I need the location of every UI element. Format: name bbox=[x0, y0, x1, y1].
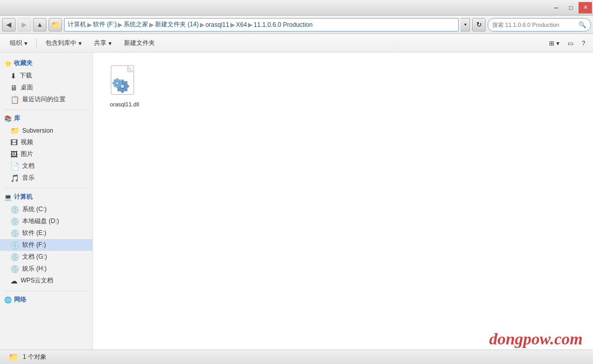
sidebar-item-f-label: 软件 (F:) bbox=[22, 241, 46, 249]
up-button[interactable]: ▲ bbox=[33, 18, 46, 31]
sidebar-item-h-label: 娱乐 (H:) bbox=[22, 264, 46, 273]
sidebar-item-pictures[interactable]: 🖼 图片 bbox=[0, 148, 92, 160]
favorites-label: 收藏夹 bbox=[14, 59, 33, 68]
sidebar-item-c-label: 系统 (C:) bbox=[22, 205, 46, 214]
sidebar-item-video[interactable]: 🎞 视频 bbox=[0, 136, 92, 148]
sidebar-item-documents[interactable]: 📄 文档 bbox=[0, 160, 92, 172]
sidebar-item-video-label: 视频 bbox=[21, 138, 33, 147]
sidebar-divider-2 bbox=[4, 188, 88, 188]
drive-f-icon: 💿 bbox=[10, 241, 19, 249]
drive-h-icon: 💿 bbox=[10, 265, 19, 273]
sidebar-item-d[interactable]: 💿 本地磁盘 (D:) bbox=[0, 215, 92, 227]
drive-c-icon: 💿 bbox=[10, 205, 19, 214]
sidebar-computer-section: 💻 计算机 💿 系统 (C:) 💿 本地磁盘 (D:) 💿 软件 (E:) 💿 … bbox=[0, 191, 92, 287]
sidebar-item-h[interactable]: 💿 娱乐 (H:) bbox=[0, 263, 92, 275]
network-label: 网络 bbox=[14, 295, 26, 304]
sidebar-item-music-label: 音乐 bbox=[22, 173, 35, 182]
sidebar-item-subversion[interactable]: 📁 Subversion bbox=[0, 125, 92, 136]
sidebar-computer-header[interactable]: 💻 计算机 bbox=[0, 191, 92, 203]
minimize-button[interactable]: ─ bbox=[550, 2, 563, 13]
file-orasql11-dll[interactable]: orasql11.dll bbox=[101, 61, 148, 113]
file-name-orasql11: orasql11.dll bbox=[110, 101, 139, 108]
sidebar-item-f[interactable]: 💿 软件 (F:) bbox=[0, 239, 92, 251]
title-bar: ─ □ ✕ bbox=[0, 0, 593, 15]
pictures-icon: 🖼 bbox=[10, 150, 18, 159]
library-label: 库 bbox=[14, 114, 20, 123]
sidebar-item-d-label: 本地磁盘 (D:) bbox=[22, 217, 59, 226]
search-input[interactable] bbox=[492, 22, 576, 28]
preview-icon: ▭ bbox=[568, 40, 573, 47]
sidebar-item-g[interactable]: 💿 文档 (G:) bbox=[0, 251, 92, 263]
subversion-icon: 📁 bbox=[10, 126, 19, 135]
new-folder-button[interactable]: 新建文件夹 bbox=[118, 36, 161, 51]
view-toggle-button[interactable]: ⊞ ▾ bbox=[545, 36, 563, 51]
include-library-button[interactable]: 包含到库中 ▾ bbox=[40, 36, 87, 51]
sidebar-item-wps[interactable]: ☁ WPS云文档 bbox=[0, 275, 92, 287]
toolbar-separator-1 bbox=[36, 38, 37, 49]
svg-point-26 bbox=[116, 82, 119, 85]
folder-icon-button[interactable]: 📁 bbox=[49, 18, 62, 31]
include-library-dropdown-icon: ▾ bbox=[79, 40, 82, 47]
share-label: 共享 bbox=[94, 39, 106, 48]
sidebar-item-c[interactable]: 💿 系统 (C:) bbox=[0, 203, 92, 215]
path-part-version[interactable]: 11.1.0.6.0 Production bbox=[254, 21, 313, 28]
maximize-button[interactable]: □ bbox=[564, 2, 578, 13]
sidebar-item-subversion-label: Subversion bbox=[22, 127, 53, 134]
sidebar-item-e-label: 软件 (E:) bbox=[22, 229, 46, 238]
help-icon: ? bbox=[582, 40, 585, 47]
sidebar-item-e[interactable]: 💿 软件 (E:) bbox=[0, 227, 92, 239]
sidebar-item-pictures-label: 图片 bbox=[21, 150, 33, 159]
main-area: ⭐ 收藏夹 ⬇ 下载 🖥 桌面 📋 最近访问的位置 📚 库 bbox=[0, 53, 593, 350]
svg-rect-7 bbox=[121, 80, 123, 82]
path-part-newfolder[interactable]: 新建文件夹 (14) bbox=[155, 20, 199, 29]
back-button[interactable]: ◀ bbox=[2, 18, 15, 31]
help-button[interactable]: ? bbox=[578, 36, 589, 51]
recent-icon: 📋 bbox=[10, 96, 19, 104]
computer-label: 计算机 bbox=[14, 193, 33, 201]
path-part-orasql11[interactable]: orasql11 bbox=[206, 21, 229, 28]
path-part-computer[interactable]: 计算机 bbox=[68, 20, 86, 29]
search-box[interactable]: 🔍 bbox=[488, 18, 591, 31]
desktop-icon: 🖥 bbox=[10, 84, 18, 92]
close-button[interactable]: ✕ bbox=[579, 2, 592, 13]
drive-e-icon: 💿 bbox=[10, 229, 19, 238]
svg-point-15 bbox=[121, 85, 124, 88]
sidebar-item-download[interactable]: ⬇ 下载 bbox=[0, 70, 92, 82]
sidebar-item-g-label: 文档 (G:) bbox=[22, 252, 47, 261]
sidebar-item-recent[interactable]: 📋 最近访问的位置 bbox=[0, 93, 92, 105]
sidebar-divider-3 bbox=[4, 291, 88, 291]
svg-rect-9 bbox=[127, 85, 129, 87]
sidebar-item-documents-label: 文档 bbox=[22, 162, 35, 170]
path-breadcrumb[interactable]: 计算机 ▶ 软件 (F:) ▶ 系统之家 ▶ 新建文件夹 (14) ▶ oras… bbox=[64, 18, 459, 31]
path-part-x64[interactable]: X64 bbox=[236, 21, 247, 28]
sidebar-favorites-header[interactable]: ⭐ 收藏夹 bbox=[0, 57, 92, 70]
preview-button[interactable]: ▭ bbox=[564, 36, 577, 51]
documents-icon: 📄 bbox=[10, 162, 19, 170]
computer-icon: 💻 bbox=[4, 194, 12, 201]
include-library-label: 包含到库中 bbox=[45, 39, 76, 48]
path-part-xzy[interactable]: 系统之家 bbox=[123, 20, 148, 29]
path-dropdown-button[interactable]: ▾ bbox=[461, 18, 470, 31]
path-part-f[interactable]: 软件 (F:) bbox=[93, 20, 117, 29]
wps-cloud-icon: ☁ bbox=[10, 277, 18, 285]
sidebar-item-music[interactable]: 🎵 音乐 bbox=[0, 172, 92, 184]
music-icon: 🎵 bbox=[10, 174, 19, 182]
new-folder-label: 新建文件夹 bbox=[124, 39, 155, 48]
status-folder-icon: 📁 bbox=[8, 352, 19, 362]
refresh-button[interactable]: ↻ bbox=[472, 18, 486, 31]
drive-d-icon: 💿 bbox=[10, 217, 19, 226]
sidebar-item-download-label: 下载 bbox=[20, 71, 32, 80]
search-icon: 🔍 bbox=[579, 21, 586, 28]
sidebar-item-desktop-label: 桌面 bbox=[21, 83, 33, 92]
sidebar-library-header[interactable]: 📚 库 bbox=[0, 112, 92, 125]
sidebar-network-header[interactable]: 🌐 网络 bbox=[0, 293, 92, 306]
forward-button[interactable]: ▶ bbox=[18, 18, 31, 31]
organize-dropdown-icon: ▾ bbox=[24, 40, 27, 47]
sidebar-item-desktop[interactable]: 🖥 桌面 bbox=[0, 82, 92, 93]
share-button[interactable]: 共享 ▾ bbox=[88, 36, 117, 51]
video-icon: 🎞 bbox=[10, 138, 18, 147]
organize-button[interactable]: 组织 ▾ bbox=[4, 36, 33, 51]
svg-rect-20 bbox=[120, 83, 122, 84]
share-dropdown-icon: ▾ bbox=[108, 40, 112, 47]
drive-g-icon: 💿 bbox=[10, 253, 19, 261]
